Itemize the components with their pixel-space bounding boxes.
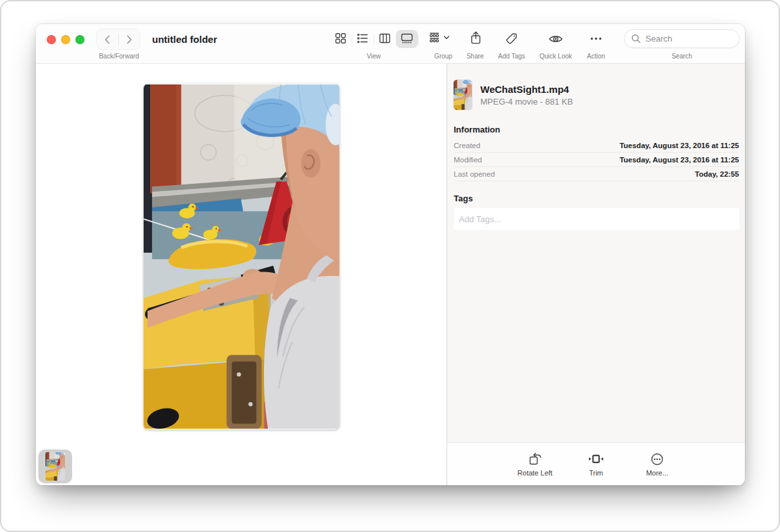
info-value: Tuesday, August 23, 2016 at 11:25	[619, 142, 739, 149]
search-input[interactable]	[645, 34, 730, 44]
tag-icon	[506, 32, 518, 45]
magnifier-icon	[631, 34, 641, 44]
video-frame-image	[144, 84, 339, 429]
trim-icon	[588, 453, 604, 464]
group-icon	[430, 32, 441, 43]
quick-look-label: Quick Look	[540, 53, 572, 60]
rotate-left-button[interactable]: Rotate Left	[517, 452, 553, 477]
segment-divider	[418, 34, 419, 45]
info-label: Created	[454, 142, 480, 149]
more-label: More...	[646, 469, 668, 477]
view-as-icons-button[interactable]	[335, 32, 346, 44]
window-title: untitled folder	[152, 24, 217, 55]
video-preview[interactable]	[144, 84, 339, 429]
column-view-icon	[379, 32, 391, 44]
search-label: Search	[671, 53, 692, 60]
gallery-thumbnail-image	[46, 452, 65, 481]
screenshot: Back/Forward untitled folder	[0, 0, 780, 532]
add-tags-input[interactable]	[454, 208, 739, 230]
tags-section: Tags	[454, 194, 739, 230]
group-button[interactable]	[430, 32, 450, 43]
file-thumbnail[interactable]	[454, 80, 472, 110]
information-section: Information Created Tuesday, August 23, …	[454, 125, 739, 181]
info-row-modified: Modified Tuesday, August 23, 2016 at 11:…	[454, 153, 739, 167]
close-window-button[interactable]	[47, 35, 56, 44]
gallery-view-icon	[400, 32, 413, 44]
eye-icon	[549, 34, 563, 44]
quick-look-button[interactable]	[549, 34, 563, 44]
add-tags-button[interactable]	[506, 32, 518, 45]
forward-button[interactable]	[119, 29, 140, 49]
toolbar: Back/Forward untitled folder	[36, 24, 745, 64]
information-heading: Information	[454, 125, 739, 134]
grid-view-icon	[335, 32, 346, 44]
rotate-left-icon	[528, 452, 542, 466]
back-forward-control	[96, 29, 140, 50]
view-as-gallery-button[interactable]	[400, 32, 413, 44]
gallery-preview-pane	[36, 64, 447, 485]
quick-actions-bar: Rotate Left Trim	[447, 442, 745, 485]
gallery-thumbnail-selected[interactable]	[38, 450, 72, 483]
file-info-panel: WeChatSight1.mp4 MPEG-4 movie - 881 KB I…	[447, 64, 745, 485]
segment-divider	[374, 34, 374, 45]
file-header: WeChatSight1.mp4 MPEG-4 movie - 881 KB	[454, 80, 739, 110]
search-field[interactable]	[624, 29, 740, 48]
info-row-created: Created Tuesday, August 23, 2016 at 11:2…	[454, 138, 739, 153]
share-label: Share	[467, 53, 484, 60]
info-value: Today, 22:55	[695, 170, 739, 178]
forward-chevron-icon	[126, 35, 133, 44]
list-view-icon	[357, 32, 369, 44]
view-as-columns-button[interactable]	[379, 32, 391, 44]
file-name: WeChatSight1.mp4	[480, 84, 573, 95]
finder-window: Back/Forward untitled folder	[36, 24, 745, 485]
share-button[interactable]	[471, 31, 482, 45]
action-label: Action	[587, 53, 605, 60]
trim-button[interactable]: Trim	[578, 452, 614, 477]
info-row-last-opened: Last opened Today, 22:55	[454, 167, 739, 181]
more-button[interactable]: More...	[639, 452, 675, 477]
file-kind-size: MPEG-4 movie - 881 KB	[480, 97, 573, 107]
info-value: Tuesday, August 23, 2016 at 11:25	[619, 156, 739, 164]
segment-divider	[352, 34, 352, 45]
back-button[interactable]	[97, 29, 118, 49]
chevron-down-icon	[444, 36, 450, 40]
view-label: View	[367, 53, 381, 60]
share-icon	[471, 31, 482, 45]
tags-heading: Tags	[454, 194, 739, 203]
trim-label: Trim	[589, 469, 603, 477]
back-chevron-icon	[104, 35, 110, 44]
rotate-left-label: Rotate Left	[517, 469, 552, 477]
minimize-window-button[interactable]	[61, 35, 70, 44]
add-tags-label: Add Tags	[498, 53, 525, 60]
back-forward-label: Back/Forward	[99, 53, 139, 60]
zoom-window-button[interactable]	[75, 35, 84, 44]
group-label: Group	[434, 53, 452, 60]
action-button[interactable]	[590, 37, 602, 40]
view-as-list-button[interactable]	[357, 32, 369, 44]
ellipsis-icon	[590, 37, 602, 40]
info-label: Modified	[454, 156, 482, 164]
window-content: WeChatSight1.mp4 MPEG-4 movie - 881 KB I…	[36, 64, 745, 485]
info-label: Last opened	[454, 170, 495, 178]
add-tags-field[interactable]	[454, 208, 739, 230]
more-circle-icon	[651, 453, 664, 466]
